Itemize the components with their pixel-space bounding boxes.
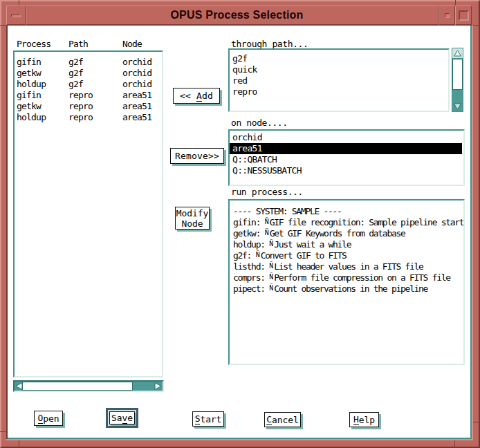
save-button-default-ring: Save — [106, 408, 138, 428]
control-char-marker: Ñ — [256, 250, 261, 261]
scroll-down-icon[interactable] — [452, 102, 463, 111]
remove-button[interactable]: Remove>> — [170, 148, 224, 164]
path-item[interactable]: g2f — [232, 53, 448, 64]
frame-joint — [455, 0, 456, 6]
process-row[interactable]: holdupreproarea51 — [17, 112, 162, 123]
frame-joint — [0, 25, 6, 26]
maximize-button[interactable] — [455, 6, 472, 26]
control-char-marker: Ñ — [265, 216, 270, 227]
path-item[interactable]: quick — [232, 64, 448, 75]
start-button[interactable]: Start — [192, 411, 224, 427]
frame-joint — [473, 25, 480, 26]
process-item[interactable]: gifin: ÑGIF file recognition: Sample pip… — [233, 217, 463, 228]
through-path-label: through path... — [231, 39, 308, 49]
window-menu-icon — [11, 14, 21, 17]
header-node: Node — [122, 39, 142, 49]
process-item[interactable]: ---- SYSTEM: SAMPLE ---- — [233, 206, 463, 217]
opus-process-selection-window: OPUS Process Selection ProcessPathNode g… — [0, 0, 480, 448]
process-list-headers: ProcessPathNode — [17, 39, 142, 49]
process-item[interactable]: g2f: ÑConvert GIF to FITS — [233, 250, 463, 261]
hscrollbar-thumb[interactable] — [22, 382, 133, 391]
path-item[interactable]: red — [232, 75, 448, 86]
frame-joint — [19, 440, 19, 448]
process-row[interactable]: gifing2forchid — [17, 57, 162, 68]
frame-inner-bevel — [6, 26, 8, 440]
cancel-button[interactable]: Cancel — [264, 412, 301, 427]
open-button[interactable]: Open — [34, 411, 63, 426]
window-title: OPUS Process Selection — [26, 6, 439, 26]
vscrollbar-thumb[interactable] — [452, 59, 463, 90]
minimize-icon — [445, 13, 450, 18]
control-char-marker: Ñ — [269, 272, 274, 283]
window-menu-button[interactable] — [6, 6, 26, 26]
minimize-button[interactable] — [439, 6, 455, 26]
process-list-hscrollbar[interactable] — [13, 380, 164, 392]
frame-inner-bevel — [6, 439, 473, 440]
frame-joint — [19, 0, 19, 6]
run-process-list[interactable]: ---- SYSTEM: SAMPLE ----gifin: ÑGIF file… — [228, 199, 465, 365]
process-row[interactable]: gifinreproarea51 — [17, 90, 162, 101]
modify-node-button[interactable]: Modify Node — [175, 207, 210, 230]
through-path-vscrollbar[interactable] — [452, 48, 463, 112]
save-button[interactable]: Save — [109, 411, 135, 424]
control-char-marker: Ñ — [269, 261, 274, 272]
frame-joint — [473, 422, 480, 422]
through-path-list[interactable]: g2fquickredrepro — [228, 48, 450, 112]
scroll-up-icon[interactable] — [452, 48, 463, 59]
node-item[interactable]: orchid — [230, 132, 462, 143]
process-row[interactable]: holdupg2forchid — [17, 79, 162, 90]
process-row[interactable]: getkwreproarea51 — [17, 101, 162, 112]
process-item[interactable]: comprs: ÑPerform file compression on a F… — [233, 272, 463, 283]
on-node-label: on node.... — [231, 118, 288, 128]
process-item[interactable]: holdup: ÑJust wait a while — [233, 239, 463, 250]
node-item[interactable]: area51 — [230, 143, 462, 154]
titlebar: OPUS Process Selection — [6, 6, 472, 26]
header-path: Path — [68, 39, 122, 49]
frame-joint — [0, 431, 6, 432]
run-process-label: run process... — [231, 187, 303, 197]
modify-node-line2: Node — [182, 218, 203, 229]
on-node-list[interactable]: orchidarea51Q::QBATCHQ::NESSUSBATCH — [228, 129, 465, 186]
node-item[interactable]: Q::NESSUSBATCH — [230, 165, 462, 176]
control-char-marker: Ñ — [265, 227, 270, 239]
process-item[interactable]: pipect: ÑCount observations in the pipel… — [233, 283, 463, 295]
modify-node-line1: Modify — [176, 208, 208, 218]
process-item[interactable]: getkw: ÑGet GIF Keywords from database — [233, 228, 463, 239]
control-char-marker: Ñ — [269, 283, 274, 294]
scroll-right-icon[interactable] — [154, 382, 162, 391]
path-item[interactable]: repro — [232, 86, 448, 97]
control-char-marker: Ñ — [269, 239, 274, 250]
header-process: Process — [17, 39, 68, 49]
process-item[interactable]: listhd: ÑList header values in a FITS fi… — [233, 261, 463, 272]
maximize-icon — [459, 10, 469, 21]
frame-inner-bevel — [472, 26, 473, 440]
frame-joint — [454, 440, 455, 448]
node-item[interactable]: Q::QBATCH — [230, 154, 462, 165]
add-button[interactable]: << Add — [173, 88, 220, 104]
process-list[interactable]: gifing2forchidgetkwg2forchidholdupg2forc… — [13, 50, 163, 377]
process-row[interactable]: getkwg2forchid — [17, 68, 162, 79]
help-button[interactable]: Help — [349, 412, 379, 427]
